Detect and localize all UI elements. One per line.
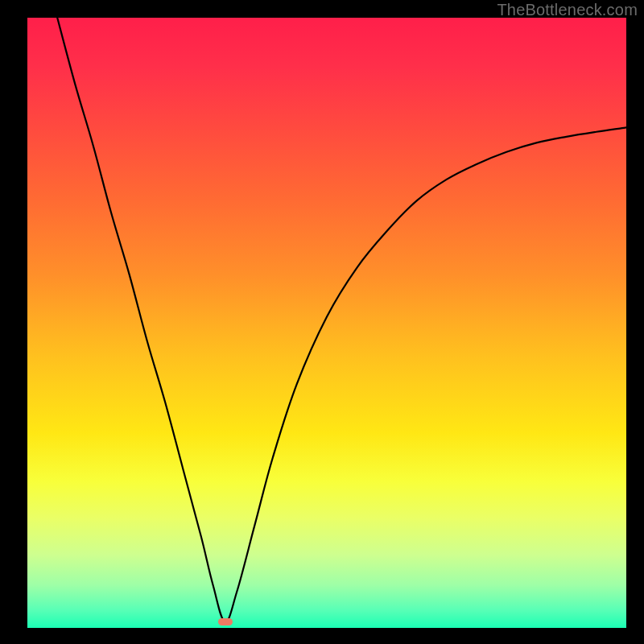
outer-frame: TheBottleneck.com — [0, 0, 644, 644]
plot-area — [27, 18, 626, 628]
sweet-spot-marker — [218, 618, 233, 625]
watermark-text: TheBottleneck.com — [497, 1, 638, 19]
chart-svg — [27, 18, 626, 628]
gradient-background — [27, 18, 626, 628]
